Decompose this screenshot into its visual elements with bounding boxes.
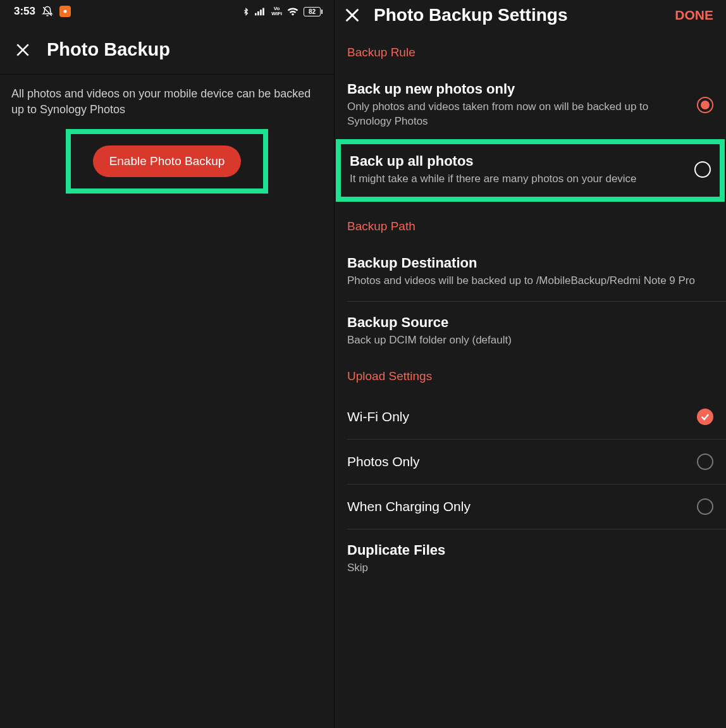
screen-photo-backup: 3:53 VoWiF xyxy=(0,0,335,728)
dnd-icon xyxy=(42,6,53,17)
radio-off-icon[interactable] xyxy=(697,498,713,515)
item-duplicate-files[interactable]: Duplicate Files Skip xyxy=(335,529,726,586)
status-left: 3:53 xyxy=(14,5,71,18)
item-subtitle: Back up DCIM folder only (default) xyxy=(347,333,713,348)
page-title: Photo Backup xyxy=(47,39,170,60)
enable-photo-backup-button[interactable]: Enable Photo Backup xyxy=(93,145,242,177)
toggle-wifi-only[interactable]: Wi-Fi Only xyxy=(335,395,726,439)
radio-selected-icon[interactable] xyxy=(697,97,713,113)
highlight-enable: Enable Photo Backup xyxy=(66,129,268,194)
bluetooth-icon xyxy=(242,6,250,17)
svg-rect-5 xyxy=(262,8,264,16)
check-on-icon[interactable] xyxy=(697,409,713,425)
option-subtitle: It might take a while if there are many … xyxy=(350,172,684,187)
item-backup-source[interactable]: Backup Source Back up DCIM folder only (… xyxy=(335,302,726,362)
page-title: Photo Backup Settings xyxy=(374,5,662,25)
section-backup-path: Backup Path xyxy=(335,202,726,245)
section-upload-settings: Upload Settings xyxy=(335,362,726,395)
option-backup-new-only[interactable]: Back up new photos only Only photos and … xyxy=(335,71,726,139)
signal-icon xyxy=(255,7,266,16)
status-bar: 3:53 VoWiF xyxy=(0,0,334,22)
done-button[interactable]: DONE xyxy=(675,8,713,23)
item-subtitle: Skip xyxy=(347,561,713,576)
item-backup-destination[interactable]: Backup Destination Photos and videos wil… xyxy=(335,245,726,301)
battery-level: 82 xyxy=(304,7,321,16)
wifi-icon xyxy=(287,7,298,16)
status-right: VoWiFi 82 xyxy=(242,6,323,17)
option-backup-all[interactable]: Back up all photos It might take a while… xyxy=(341,144,720,197)
status-time: 3:53 xyxy=(14,5,35,18)
toggle-label: When Charging Only xyxy=(347,499,687,514)
vowifi-icon: VoWiFi xyxy=(271,6,282,16)
option-subtitle: Only photos and videos taken from now on… xyxy=(347,100,687,129)
close-icon[interactable] xyxy=(343,6,361,24)
section-backup-rule: Backup Rule xyxy=(335,30,726,71)
item-subtitle: Photos and videos will be backed up to /… xyxy=(347,274,713,288)
toggle-photos-only[interactable]: Photos Only xyxy=(335,440,726,484)
toggle-charging-only[interactable]: When Charging Only xyxy=(335,484,726,529)
radio-unselected-icon[interactable] xyxy=(694,161,711,178)
option-title: Back up new photos only xyxy=(347,81,687,97)
option-title: Back up all photos xyxy=(350,153,684,170)
header: Photo Backup xyxy=(0,22,334,74)
item-title: Duplicate Files xyxy=(347,542,713,558)
svg-point-1 xyxy=(64,10,67,13)
close-icon[interactable] xyxy=(14,41,32,59)
description: All photos and videos on your mobile dev… xyxy=(0,75,334,118)
battery-icon: 82 xyxy=(304,7,323,16)
header: Photo Backup Settings DONE xyxy=(335,0,726,30)
svg-rect-4 xyxy=(260,9,262,15)
screen-backup-settings: Photo Backup Settings DONE Backup Rule B… xyxy=(335,0,726,728)
toggle-label: Wi-Fi Only xyxy=(347,409,687,424)
svg-rect-2 xyxy=(255,13,257,16)
toggle-label: Photos Only xyxy=(347,454,687,469)
radio-off-icon[interactable] xyxy=(697,453,713,470)
highlight-backup-all: Back up all photos It might take a while… xyxy=(336,139,725,202)
item-title: Backup Destination xyxy=(347,255,713,271)
svg-rect-3 xyxy=(257,11,259,15)
item-title: Backup Source xyxy=(347,314,713,331)
app-icon xyxy=(59,6,71,17)
